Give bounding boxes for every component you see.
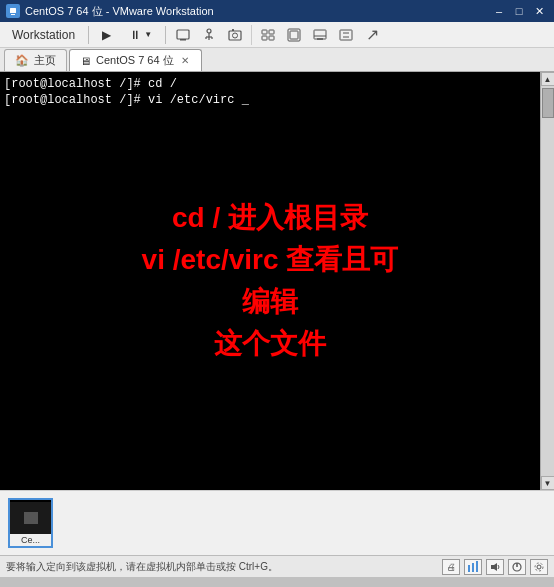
tb-more[interactable]: ↗	[360, 24, 384, 46]
window-controls[interactable]: – □ ✕	[490, 3, 548, 19]
scrollbar-up[interactable]: ▲	[541, 72, 555, 86]
menu-workstation[interactable]: Workstation	[4, 26, 83, 44]
scrollbar-thumb[interactable]	[542, 88, 554, 118]
minimize-button[interactable]: –	[490, 3, 508, 19]
tab-bar: 🏠 主页 🖥 CentOS 7 64 位 ✕	[0, 48, 554, 72]
vm-display-wrapper: [root@localhost /]# cd / [root@localhost…	[0, 72, 554, 490]
thumbnail-bar: Ce...	[0, 490, 554, 555]
tb-usb[interactable]	[197, 24, 221, 46]
svg-point-32	[535, 563, 543, 571]
window-title: CentOS 7 64 位 - VMware Workstation	[25, 4, 214, 19]
status-settings-icon	[530, 559, 548, 575]
status-message-area: 要将输入定向到该虚拟机，请在虚拟机内部单击或按 Ctrl+G。	[6, 560, 278, 574]
pause-icon: ⏸	[129, 28, 141, 42]
tab-vm-label: CentOS 7 64 位	[96, 53, 174, 68]
play-icon: ▶	[102, 28, 111, 42]
terminal[interactable]: [root@localhost /]# cd / [root@localhost…	[0, 72, 540, 490]
status-message: 要将输入定向到该虚拟机，请在虚拟机内部单击或按 Ctrl+G。	[6, 560, 278, 574]
status-audio-icon	[486, 559, 504, 575]
svg-rect-4	[180, 39, 186, 41]
svg-rect-12	[232, 29, 234, 31]
tab-home-label: 主页	[34, 53, 56, 68]
svg-rect-15	[262, 36, 267, 40]
svg-rect-22	[340, 30, 352, 40]
tab-home[interactable]: 🏠 主页	[4, 49, 67, 71]
svg-rect-2	[11, 14, 15, 15]
vm-tab-icon: 🖥	[80, 55, 91, 67]
terminal-line-2: [root@localhost /]# vi /etc/virc _	[4, 92, 536, 108]
status-bar: 要将输入定向到该虚拟机，请在虚拟机内部单击或按 Ctrl+G。 🖨	[0, 555, 554, 577]
tb-stretch[interactable]	[334, 24, 358, 46]
svg-rect-18	[290, 31, 298, 39]
toolbar-inline: ↗	[171, 24, 384, 46]
vm-display[interactable]: [root@localhost /]# cd / [root@localhost…	[0, 72, 540, 490]
svg-point-11	[233, 33, 238, 38]
terminal-line-1: [root@localhost /]# cd /	[4, 76, 536, 92]
thumbnail-label: Ce...	[10, 534, 51, 546]
home-icon: 🏠	[15, 54, 29, 67]
pause-dropdown-icon: ▼	[144, 30, 152, 39]
svg-point-5	[207, 29, 211, 33]
svg-rect-14	[269, 30, 274, 34]
menu-sep-1	[88, 26, 89, 44]
menu-workstation-label: Workstation	[12, 28, 75, 42]
svg-rect-25	[468, 565, 470, 572]
tb-snapshot[interactable]	[223, 24, 247, 46]
menu-pause[interactable]: ⏸ ▼	[121, 26, 160, 44]
tab-vm[interactable]: 🖥 CentOS 7 64 位 ✕	[69, 49, 202, 71]
tb-send-ctrl[interactable]	[171, 24, 195, 46]
tb-display-mode[interactable]	[308, 24, 332, 46]
app-icon	[6, 4, 20, 18]
title-bar: CentOS 7 64 位 - VMware Workstation – □ ✕	[0, 0, 554, 22]
title-bar-left: CentOS 7 64 位 - VMware Workstation	[6, 4, 214, 19]
thumbnail-preview	[10, 502, 51, 534]
tb-sep-1	[251, 25, 252, 45]
vm-thumbnail[interactable]: Ce...	[8, 498, 53, 548]
svg-rect-26	[472, 563, 474, 572]
menu-sep-2	[165, 26, 166, 44]
status-icons: 🖨	[442, 559, 548, 575]
maximize-button[interactable]: □	[510, 3, 528, 19]
svg-rect-3	[177, 30, 189, 39]
menu-bar: Workstation ▶ ⏸ ▼	[0, 22, 554, 48]
svg-rect-10	[229, 31, 241, 40]
svg-point-31	[537, 565, 541, 569]
svg-rect-13	[262, 30, 267, 34]
svg-rect-19	[314, 30, 326, 39]
tb-new-tab[interactable]	[256, 24, 280, 46]
svg-marker-28	[491, 563, 497, 571]
menu-play[interactable]: ▶	[94, 26, 119, 44]
status-power-icon	[508, 559, 526, 575]
tb-grid[interactable]	[282, 24, 306, 46]
svg-rect-27	[476, 561, 478, 572]
tab-close-btn[interactable]: ✕	[179, 54, 191, 67]
svg-rect-16	[269, 36, 274, 40]
status-net-icon	[464, 559, 482, 575]
status-print-icon: 🖨	[442, 559, 460, 575]
svg-rect-1	[10, 8, 16, 13]
close-button[interactable]: ✕	[530, 3, 548, 19]
vm-scrollbar[interactable]: ▲ ▼	[540, 72, 554, 490]
scrollbar-down[interactable]: ▼	[541, 476, 555, 490]
thumbnail-icon	[24, 512, 38, 524]
